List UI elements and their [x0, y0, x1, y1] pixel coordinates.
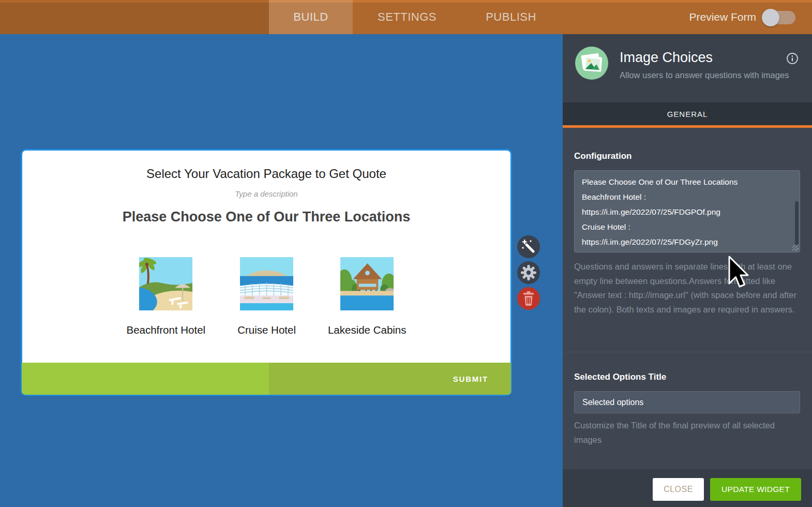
magic-wand-icon — [517, 235, 540, 258]
tab-publish[interactable]: PUBLISH — [469, 0, 553, 34]
image-choice-options: Beachfront Hotel — [22, 257, 510, 336]
selected-options-help-text: Customize the Title of the final preview… — [574, 419, 801, 447]
info-icon[interactable] — [786, 52, 799, 67]
gear-icon — [517, 261, 540, 284]
active-tab-accent-line — [563, 125, 812, 128]
form-description-placeholder[interactable]: Type a description — [22, 189, 510, 198]
image-choices-photo-icon — [575, 47, 608, 82]
toggle-knob[interactable] — [762, 9, 779, 26]
close-button[interactable]: CLOSE — [653, 478, 704, 501]
panel-header: Image Choices Allow users to answer ques… — [563, 34, 812, 102]
configuration-field-wrap: Please Choose One of Our Three Locations… — [574, 170, 800, 252]
configuration-heading: Configuration — [574, 151, 631, 161]
tab-general[interactable]: GENERAL — [563, 102, 812, 125]
preview-form-toggle[interactable] — [763, 11, 795, 24]
option-lakeside-cabins[interactable]: Lakeside Cabins — [328, 257, 407, 336]
option-label: Cruise Hotel — [237, 324, 296, 336]
form-card-image-choices-widget[interactable]: Select Your Vacation Package to Get Quot… — [21, 149, 512, 396]
widget-title: Image Choices — [620, 50, 713, 66]
update-widget-button[interactable]: UPDATE WIDGET — [710, 478, 801, 501]
widget-subtitle: Allow users to answer questions with ima… — [620, 70, 789, 80]
delete-widget-button[interactable] — [517, 287, 540, 310]
section-divider — [563, 352, 812, 352]
option-beachfront-hotel[interactable]: Beachfront Hotel — [126, 257, 205, 336]
panel-footer: CLOSE UPDATE WIDGET — [563, 468, 812, 507]
topbar-dim-overlay — [0, 0, 269, 34]
widget-settings-panel: Image Choices Allow users to answer ques… — [563, 34, 812, 507]
form-title[interactable]: Select Your Vacation Package to Get Quot… — [22, 167, 510, 181]
magic-wand-button[interactable] — [517, 235, 540, 258]
preview-form-label: Preview Form — [689, 0, 756, 34]
selected-options-title-input[interactable] — [574, 391, 800, 413]
tab-settings[interactable]: SETTINGS — [365, 0, 449, 34]
app-window: BUILD SETTINGS PUBLISH Preview Form Sele… — [0, 0, 812, 507]
lakeside-illustration — [340, 257, 394, 310]
cruise-illustration — [240, 257, 293, 310]
submit-bar: SUBMIT — [22, 363, 511, 395]
tab-build[interactable]: BUILD — [269, 0, 353, 34]
top-navigation-bar: BUILD SETTINGS PUBLISH Preview Form — [0, 0, 812, 34]
option-label: Lakeside Cabins — [328, 324, 407, 336]
beachfront-illustration — [139, 257, 192, 310]
configuration-help-text: Questions and answers in separate lines … — [574, 260, 801, 317]
option-label: Beachfront Hotel — [126, 324, 205, 336]
configuration-textarea[interactable]: Please Choose One of Our Three Locations… — [574, 170, 800, 252]
submit-button-label: SUBMIT — [453, 363, 488, 395]
option-cruise-hotel[interactable]: Cruise Hotel — [237, 257, 296, 336]
selected-options-title-heading: Selected Options Title — [574, 372, 666, 382]
trash-icon — [517, 287, 540, 310]
widget-question-label: Please Choose One of Our Three Locations — [22, 209, 510, 225]
widget-settings-button[interactable] — [517, 261, 540, 284]
